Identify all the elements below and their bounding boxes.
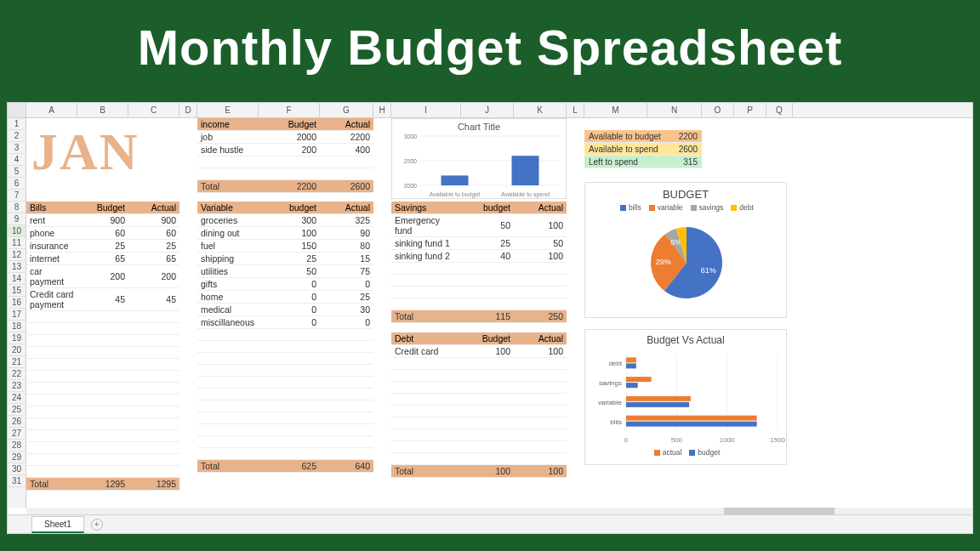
row-header-24[interactable]: 24 (8, 392, 26, 404)
summary-table[interactable]: Available to budget2200Available to spen… (584, 130, 702, 168)
row-header-29[interactable]: 29 (8, 452, 26, 463)
row-header-10[interactable]: 10 (8, 225, 26, 237)
row-header-17[interactable]: 17 (8, 309, 26, 321)
row-header-11[interactable]: 11 (8, 237, 26, 249)
pie-legend: billsvariablesavingsdebt (585, 203, 786, 212)
row-header-27[interactable]: 27 (8, 428, 26, 440)
svg-rect-22 (626, 357, 636, 362)
horizontal-scrollbar[interactable] (26, 508, 972, 514)
row-header-3[interactable]: 3 (8, 142, 26, 154)
column-header-P[interactable]: P (734, 103, 766, 117)
svg-text:0: 0 (624, 436, 629, 444)
column-headers: ABCDEFGHIJKLMNOPQ (8, 103, 972, 118)
svg-rect-28 (626, 396, 691, 401)
row-header-16[interactable]: 16 (8, 297, 26, 309)
svg-text:variable: variable (598, 399, 623, 406)
column-header-C[interactable]: C (128, 103, 179, 117)
row-header-8[interactable]: 8 (8, 202, 26, 213)
row-header-25[interactable]: 25 (8, 404, 26, 416)
column-header-N[interactable]: N (647, 103, 702, 117)
svg-text:2000: 2000 (403, 183, 417, 189)
hbar-legend: actualbudget (585, 448, 786, 457)
row-header-12[interactable]: 12 (8, 249, 26, 261)
column-header-J[interactable]: J (461, 103, 514, 117)
row-header-26[interactable]: 26 (8, 416, 26, 428)
row-header-9[interactable]: 9 (8, 213, 26, 225)
row-header-5[interactable]: 5 (8, 166, 26, 178)
svg-text:2500: 2500 (403, 158, 417, 164)
debt-table[interactable]: DebtBudgetActualCredit card100100Total10… (391, 332, 567, 478)
chart-title: Chart Title (392, 119, 566, 134)
column-header-F[interactable]: F (259, 103, 320, 117)
income-table[interactable]: incomeBudgetActualjob20002200side hustle… (197, 118, 373, 193)
column-header-L[interactable]: L (567, 103, 584, 117)
row-header-4[interactable]: 4 (8, 154, 26, 166)
column-header-K[interactable]: K (514, 103, 567, 117)
row-header-18[interactable]: 18 (8, 321, 26, 332)
row-header-2[interactable]: 2 (8, 130, 26, 142)
row-header-15[interactable]: 15 (8, 285, 26, 297)
select-all-corner[interactable] (8, 103, 26, 117)
add-sheet-button[interactable]: + (91, 519, 103, 531)
banner-title: Monthly Budget Spreadsheet (138, 19, 842, 76)
svg-rect-26 (626, 383, 638, 388)
bills-table[interactable]: BillsBudgetActualrent900900phone6060insu… (26, 202, 179, 491)
savings-table[interactable]: SavingsbudgetActualEmergency fund50100si… (391, 202, 567, 323)
svg-text:29%: 29% (656, 258, 671, 266)
banner: Monthly Budget Spreadsheet (0, 0, 980, 102)
month-label: JAN (31, 122, 140, 182)
svg-text:1000: 1000 (720, 436, 735, 444)
svg-text:Available  to spend: Available to spend (501, 191, 550, 198)
svg-text:500: 500 (671, 436, 683, 444)
row-header-28[interactable]: 28 (8, 440, 26, 452)
variable-table[interactable]: VariablebudgetActualgroceries300325dinin… (197, 202, 373, 473)
available-bar-chart[interactable]: Chart Title 200025003000Available to bud… (391, 118, 567, 199)
column-header-Q[interactable]: Q (766, 103, 793, 117)
bar-chart-svg: 200025003000Available to budgetAvailable… (392, 134, 567, 201)
row-header-6[interactable]: 6 (8, 178, 26, 190)
column-header-A[interactable]: A (26, 103, 77, 117)
column-header-H[interactable]: H (373, 103, 391, 117)
column-header-M[interactable]: M (584, 103, 647, 117)
scrollbar-thumb[interactable] (724, 508, 835, 514)
svg-text:3000: 3000 (403, 134, 417, 139)
column-header-B[interactable]: B (77, 103, 128, 117)
svg-rect-25 (626, 377, 652, 382)
column-header-I[interactable]: I (391, 103, 461, 117)
svg-rect-32 (626, 422, 757, 427)
pie-chart-svg: 61%29%5% (585, 212, 788, 310)
column-header-G[interactable]: G (320, 103, 373, 117)
row-header-20[interactable]: 20 (8, 344, 26, 356)
spreadsheet: ABCDEFGHIJKLMNOPQ 1234567891011121314151… (7, 102, 973, 534)
row-header-7[interactable]: 7 (8, 190, 26, 202)
row-header-22[interactable]: 22 (8, 368, 26, 380)
svg-text:1500: 1500 (770, 436, 785, 444)
svg-rect-6 (442, 175, 469, 185)
row-header-30[interactable]: 30 (8, 463, 26, 475)
row-header-21[interactable]: 21 (8, 356, 26, 368)
budget-vs-actual-chart[interactable]: Budget Vs Actual 050010001500debtsavings… (584, 329, 787, 465)
bva-title: Budget Vs Actual (585, 330, 786, 349)
cell-grid[interactable]: JAN incomeBudgetActualjob20002200side hu… (26, 118, 972, 508)
row-header-31[interactable]: 31 (8, 475, 26, 487)
svg-text:debt: debt (608, 360, 622, 367)
budget-pie-chart[interactable]: BUDGET billsvariablesavingsdebt 61%29%5% (584, 182, 787, 318)
sheet-tab-1[interactable]: Sheet1 (31, 516, 84, 533)
svg-text:bills: bills (610, 418, 622, 426)
row-header-23[interactable]: 23 (8, 380, 26, 392)
row-headers: 1234567891011121314151617181920212223242… (8, 118, 26, 508)
pie-title: BUDGET (585, 183, 786, 203)
column-header-O[interactable]: O (702, 103, 734, 117)
hbar-chart-svg: 050010001500debtsavingsvariablebills (585, 349, 788, 446)
svg-rect-29 (626, 402, 689, 407)
svg-text:savings: savings (599, 379, 622, 387)
row-header-14[interactable]: 14 (8, 273, 26, 285)
row-header-19[interactable]: 19 (8, 332, 26, 344)
column-header-E[interactable]: E (197, 103, 259, 117)
column-header-D[interactable]: D (179, 103, 197, 117)
svg-rect-23 (626, 363, 636, 368)
row-header-13[interactable]: 13 (8, 261, 26, 273)
svg-text:61%: 61% (701, 266, 716, 275)
svg-text:Available to budget: Available to budget (430, 191, 480, 198)
row-header-1[interactable]: 1 (8, 118, 26, 130)
